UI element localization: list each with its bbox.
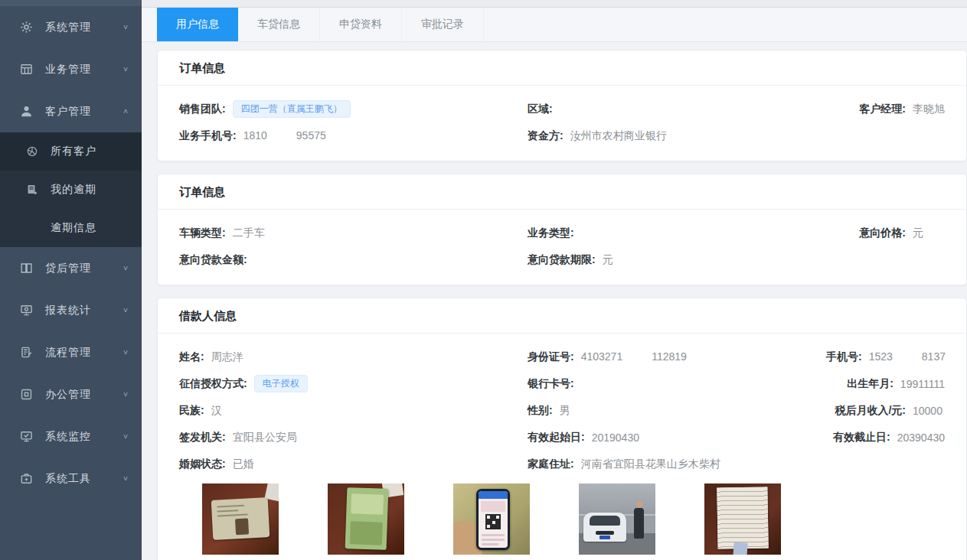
field-credit-auth-method: 征信授权方式: 电子授权 xyxy=(179,375,528,393)
main-area: 用户信息 车贷信息 申贷资料 审批记录 订单信息 销售团队: 四团一营（直属王鹏… xyxy=(142,0,967,560)
sidebar-item-system-management[interactable]: 系统管理 ∨ xyxy=(0,6,142,48)
monitor-icon xyxy=(20,304,33,317)
sidebar-item-office-management[interactable]: 办公管理 ∨ xyxy=(0,373,142,415)
tab-car-loan-info[interactable]: 车贷信息 xyxy=(238,8,320,41)
sidebar-item-label: 业务管理 xyxy=(45,63,123,77)
toolbox-icon xyxy=(20,472,33,485)
photo-item[interactable]: 个人照 xyxy=(202,483,279,560)
chevron-down-icon: ∨ xyxy=(123,390,129,398)
photo-item[interactable]: 人车合影 xyxy=(579,483,655,560)
sidebar-subitem-label: 逾期信息 xyxy=(51,221,96,235)
sidebar-item-business-management[interactable]: 业务管理 ∨ xyxy=(0,48,142,90)
field-gender: 性别: 男 xyxy=(528,404,826,418)
field-intent-loan-amount: 意向贷款金额: xyxy=(179,253,528,267)
credit-auth-tag: 电子授权 xyxy=(254,375,308,393)
my-overdue-icon xyxy=(26,184,38,196)
order-info-card-1: 订单信息 销售团队: 四团一营（直属王鹏飞） 区域: 客户经理: 李晓旭 xyxy=(157,50,967,161)
gear-icon xyxy=(20,21,33,34)
field-region: 区域: xyxy=(528,103,826,116)
chevron-down-icon: ∨ xyxy=(123,474,129,482)
sidebar-item-system-tools[interactable]: 系统工具 ∨ xyxy=(0,457,142,500)
sidebar-item-label: 流程管理 xyxy=(45,346,123,360)
redaction-block xyxy=(269,131,295,142)
detail-tabbar: 用户信息 车贷信息 申贷资料 审批记录 xyxy=(142,8,967,42)
field-ethnicity: 民族: 汉 xyxy=(179,404,528,418)
user-icon xyxy=(20,105,33,118)
sidebar-item-report-statistics[interactable]: 报表统计 ∨ xyxy=(0,289,142,331)
field-intent-loan-term: 意向贷款期限: 元 xyxy=(528,253,826,267)
card-title: 借款人信息 xyxy=(158,298,966,334)
sidebar-subitem-label: 所有客户 xyxy=(51,145,96,158)
field-issuing-authority: 签发机关: 宜阳县公安局 xyxy=(179,431,528,444)
field-home-address: 家庭住址: 河南省宜阳县花果山乡木柴村 xyxy=(528,457,826,471)
field-account-manager: 客户经理: 李晓旭 xyxy=(826,103,945,116)
chevron-down-icon: ∨ xyxy=(123,306,129,314)
order-info-card-2: 订单信息 车辆类型: 二手车 业务类型: 意向价格: 元 xyxy=(157,174,967,285)
sidebar-item-customer-management[interactable]: 客户管理 ∧ xyxy=(0,90,142,132)
field-valid-to: 有效截止日: 20390430 xyxy=(826,431,945,444)
table-icon xyxy=(20,63,33,76)
sidebar-item-label: 贷后管理 xyxy=(45,262,123,275)
sidebar-item-label: 办公管理 xyxy=(45,388,123,402)
chevron-down-icon: ∨ xyxy=(123,432,129,440)
sidebar-item-system-monitor[interactable]: 系统监控 ∨ xyxy=(0,415,142,457)
tab-approval-records[interactable]: 审批记录 xyxy=(402,8,484,41)
clipboard-icon xyxy=(20,346,33,359)
card-title: 订单信息 xyxy=(158,174,966,210)
field-mobile-phone: 手机号: 15238137 xyxy=(826,350,945,364)
chevron-down-icon: ∨ xyxy=(123,65,129,73)
tab-user-info[interactable]: 用户信息 xyxy=(157,8,238,41)
field-funder: 资金方: 汝州市农村商业银行 xyxy=(528,129,826,143)
sidebar-subitem-label: 我的逾期 xyxy=(51,183,96,197)
document-photos-row: 个人照 驾驶证原件 xyxy=(179,477,945,560)
chevron-down-icon: ∨ xyxy=(123,348,129,356)
card-title: 订单信息 xyxy=(158,50,966,86)
field-business-phone: 业务手机号: 181095575 xyxy=(179,129,528,143)
sidebar-subitem-overdue-info[interactable]: 逾期信息 xyxy=(0,209,142,247)
field-bank-card: 银行卡号: xyxy=(528,377,826,391)
photo-item[interactable]: 其他材料 xyxy=(704,483,781,560)
person-with-car-photo[interactable] xyxy=(579,483,655,555)
redaction-block xyxy=(894,352,920,363)
redaction-block xyxy=(624,352,650,363)
sidebar-item-label: 报表统计 xyxy=(45,304,123,317)
id-card-photo[interactable] xyxy=(202,483,279,555)
all-customers-icon xyxy=(26,145,38,158)
sidebar-item-label: 系统工具 xyxy=(45,472,123,486)
field-business-type: 业务类型: xyxy=(528,226,826,240)
sidebar-item-label: 系统管理 xyxy=(45,21,123,34)
sidebar-subitem-my-overdue[interactable]: 我的逾期 xyxy=(0,171,142,209)
field-valid-from: 有效起始日: 20190430 xyxy=(528,431,826,444)
chevron-down-icon: ∨ xyxy=(123,264,129,272)
tab-content: 订单信息 销售团队: 四团一营（直属王鹏飞） 区域: 客户经理: 李晓旭 xyxy=(142,42,967,560)
license-booklet-photo[interactable] xyxy=(328,483,404,555)
top-strip xyxy=(142,0,967,8)
chevron-up-icon: ∧ xyxy=(123,107,129,115)
photo-item[interactable]: 授权信息 xyxy=(453,483,530,560)
borrower-info-card: 借款人信息 姓名: 周志洋 身份证号: 4103271112819 手机号: xyxy=(157,298,967,560)
phone-qr-authorization-photo[interactable] xyxy=(453,483,530,555)
office-icon xyxy=(20,388,33,401)
sidebar-item-postloan-management[interactable]: 贷后管理 ∨ xyxy=(0,247,142,289)
sidebar-item-label: 系统监控 xyxy=(45,430,123,444)
field-monthly-income: 税后月收入/元: 10000 xyxy=(826,404,945,418)
field-id-number: 身份证号: 4103271112819 xyxy=(528,350,826,364)
tab-loan-application-docs[interactable]: 申贷资料 xyxy=(320,8,402,41)
book-icon xyxy=(20,262,33,275)
field-sales-team: 销售团队: 四团一营（直属王鹏飞） xyxy=(179,100,528,119)
sidebar-subitem-all-customers[interactable]: 所有客户 xyxy=(0,132,142,171)
sidebar-top-edge xyxy=(0,0,142,6)
photo-item[interactable]: 驾驶证原件 xyxy=(328,483,404,560)
customer-management-submenu: 所有客户 我的逾期 逾期信息 xyxy=(0,132,142,247)
field-marital-status: 婚姻状态: 已婚 xyxy=(179,457,528,471)
chevron-down-icon: ∨ xyxy=(123,23,129,31)
handwritten-document-photo[interactable] xyxy=(704,483,781,555)
field-name: 姓名: 周志洋 xyxy=(179,350,528,364)
field-vehicle-type: 车辆类型: 二手车 xyxy=(179,226,528,240)
sidebar: 系统管理 ∨ 业务管理 ∨ 客户管理 ∧ xyxy=(0,0,142,560)
sidebar-item-label: 客户管理 xyxy=(45,105,123,119)
field-birth-date: 出生年月: 19911111 xyxy=(826,377,945,391)
sales-team-tag: 四团一营（直属王鹏飞） xyxy=(233,100,351,119)
monitor-check-icon xyxy=(20,430,33,443)
sidebar-item-process-management[interactable]: 流程管理 ∨ xyxy=(0,331,142,373)
